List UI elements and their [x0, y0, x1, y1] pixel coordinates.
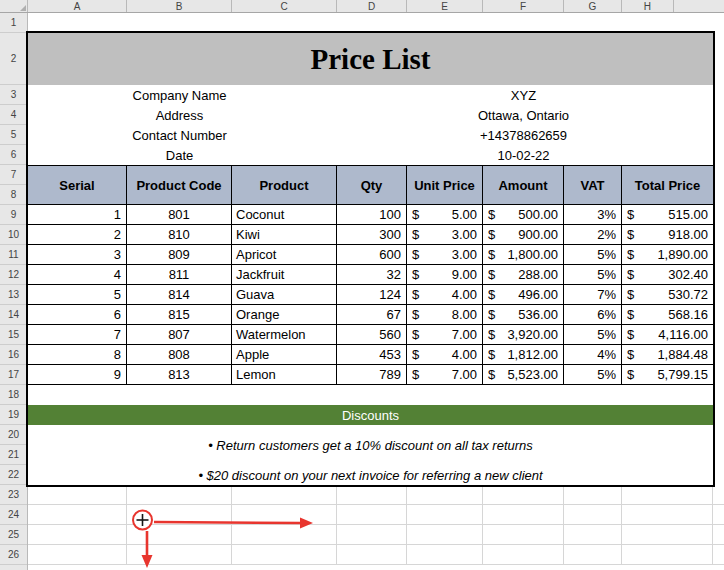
cell-product-code[interactable]: 814 [127, 285, 232, 304]
cell-vat[interactable]: 7% [564, 285, 622, 304]
column-header-B[interactable]: B [127, 0, 232, 12]
row-header-4[interactable]: 4 [0, 105, 27, 125]
row-header-8[interactable]: 8 [0, 185, 27, 205]
cell-amount[interactable]: $900.00 [483, 225, 564, 244]
cell-total-price[interactable]: $302.40 [622, 265, 713, 284]
cell-amount[interactable]: $5,523.00 [483, 365, 564, 384]
cell-product[interactable]: Kiwi [232, 225, 337, 244]
cell-product-code[interactable]: 809 [127, 245, 232, 264]
cell-unit-price[interactable]: $7.00 [407, 365, 483, 384]
cell-vat[interactable]: 5% [564, 325, 622, 344]
cell-serial[interactable]: 2 [28, 225, 127, 244]
empty-cell[interactable] [407, 485, 483, 505]
row-header-18[interactable]: 18 [0, 385, 27, 405]
cell-total-price[interactable]: $5,799.15 [622, 365, 713, 384]
row-header-7[interactable]: 7 [0, 165, 27, 185]
table-header-cell[interactable]: Product Code [127, 166, 232, 204]
row-header-6[interactable]: 6 [0, 145, 27, 165]
empty-cell[interactable] [622, 505, 713, 525]
empty-cell[interactable] [622, 545, 713, 565]
cell-product-code[interactable]: 801 [127, 205, 232, 224]
empty-cell[interactable] [232, 545, 337, 565]
cell-serial[interactable]: 6 [28, 305, 127, 324]
row-header-9[interactable]: 9 [0, 205, 27, 225]
cell-total-price[interactable]: $568.16 [622, 305, 713, 324]
cell-total-price[interactable]: $530.72 [622, 285, 713, 304]
empty-cell[interactable] [127, 505, 232, 525]
cell-product-code[interactable]: 807 [127, 325, 232, 344]
cell-serial[interactable]: 4 [28, 265, 127, 284]
empty-cell[interactable] [232, 525, 337, 545]
cell-unit-price[interactable]: $3.00 [407, 245, 483, 264]
cell-unit-price[interactable]: $3.00 [407, 225, 483, 244]
discounts-banner-cell[interactable]: Discounts [28, 405, 713, 425]
table-header-cell[interactable]: Amount [483, 166, 564, 204]
cell-product[interactable]: Orange [232, 305, 337, 324]
empty-cell[interactable] [483, 525, 564, 545]
cell-amount[interactable]: $536.00 [483, 305, 564, 324]
cell-total-price[interactable]: $515.00 [622, 205, 713, 224]
cell-qty[interactable]: 600 [337, 245, 407, 264]
empty-cell[interactable] [127, 545, 232, 565]
cell-qty[interactable]: 100 [337, 205, 407, 224]
table-header-cell[interactable]: Serial [28, 166, 127, 204]
row-header-5[interactable]: 5 [0, 125, 27, 145]
empty-cell[interactable] [407, 525, 483, 545]
cell-amount[interactable]: $3,920.00 [483, 325, 564, 344]
cell-unit-price[interactable]: $7.00 [407, 325, 483, 344]
row-header-23[interactable]: 23 [0, 485, 27, 505]
column-header-E[interactable]: E [407, 0, 483, 12]
contact-number-value-cell[interactable]: +14378862659 [483, 125, 564, 145]
cell-total-price[interactable]: $918.00 [622, 225, 713, 244]
cell-amount[interactable]: $1,812.00 [483, 345, 564, 364]
empty-cell[interactable] [483, 485, 564, 505]
empty-cell[interactable] [564, 545, 622, 565]
cell-qty[interactable]: 67 [337, 305, 407, 324]
cell-amount[interactable]: $496.00 [483, 285, 564, 304]
empty-cell[interactable] [127, 525, 232, 545]
cell-serial[interactable]: 5 [28, 285, 127, 304]
row-header-19[interactable]: 19 [0, 405, 27, 425]
empty-cell[interactable] [127, 485, 232, 505]
cell-vat[interactable]: 5% [564, 265, 622, 284]
discount-bullet-cell-2[interactable]: • $20 discount on your next invoice for … [28, 465, 713, 485]
empty-cell[interactable] [564, 485, 622, 505]
select-all-corner[interactable] [0, 0, 28, 12]
cell-qty[interactable]: 300 [337, 225, 407, 244]
row-header-14[interactable]: 14 [0, 305, 27, 325]
cell-unit-price[interactable]: $9.00 [407, 265, 483, 284]
cell-product[interactable]: Jackfruit [232, 265, 337, 284]
table-header-cell[interactable]: Unit Price [407, 166, 483, 204]
cell-product[interactable]: Watermelon [232, 325, 337, 344]
empty-cell[interactable] [564, 525, 622, 545]
row-header-1[interactable]: 1 [0, 13, 27, 33]
empty-cell[interactable] [232, 485, 337, 505]
cell-product[interactable]: Apple [232, 345, 337, 364]
empty-cell[interactable] [564, 505, 622, 525]
row-header-22[interactable]: 22 [0, 465, 27, 485]
cell-product-code[interactable]: 808 [127, 345, 232, 364]
empty-cell[interactable] [28, 525, 127, 545]
empty-cell[interactable] [622, 485, 713, 505]
date-value-cell[interactable]: 10-02-22 [483, 145, 564, 165]
cell-unit-price[interactable]: $4.00 [407, 285, 483, 304]
empty-cell[interactable] [28, 545, 127, 565]
cell-product-code[interactable]: 813 [127, 365, 232, 384]
cell-qty[interactable]: 32 [337, 265, 407, 284]
cell-vat[interactable]: 3% [564, 205, 622, 224]
row-header-26[interactable]: 26 [0, 545, 27, 565]
empty-cell[interactable] [337, 545, 407, 565]
empty-cell[interactable] [232, 505, 337, 525]
cell-unit-price[interactable]: $4.00 [407, 345, 483, 364]
row-header-12[interactable]: 12 [0, 265, 27, 285]
row-header-2[interactable]: 2 [0, 33, 27, 85]
empty-cell[interactable] [337, 525, 407, 545]
row-header-16[interactable]: 16 [0, 345, 27, 365]
row-header-20[interactable]: 20 [0, 425, 27, 445]
row-header-17[interactable]: 17 [0, 365, 27, 385]
cell-vat[interactable]: 2% [564, 225, 622, 244]
cell-qty[interactable]: 789 [337, 365, 407, 384]
cell-total-price[interactable]: $1,884.48 [622, 345, 713, 364]
cell-product[interactable]: Guava [232, 285, 337, 304]
column-header-H[interactable]: H [622, 0, 674, 12]
